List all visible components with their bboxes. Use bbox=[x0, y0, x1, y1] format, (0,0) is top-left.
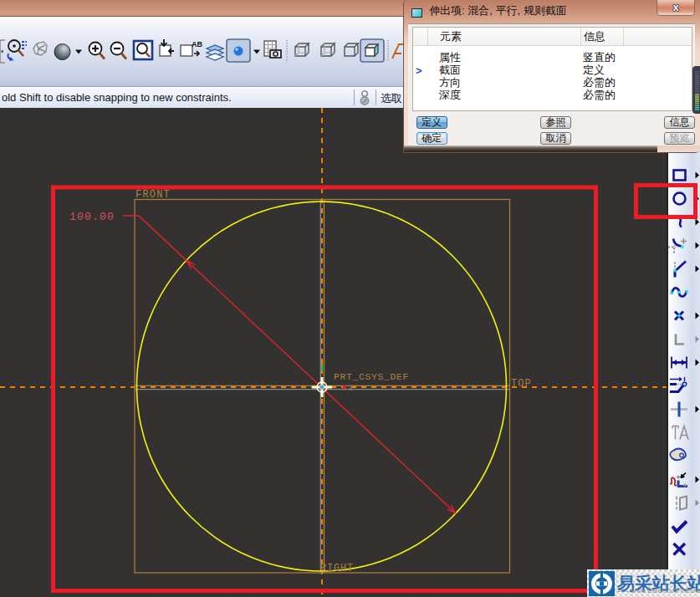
svg-text:PRT_CSYS_DEF: PRT_CSYS_DEF bbox=[334, 371, 409, 382]
svg-text:FRONT: FRONT bbox=[135, 189, 171, 201]
svg-text:TOP: TOP bbox=[511, 378, 532, 390]
svg-text:RIGHT: RIGHT bbox=[320, 563, 354, 574]
svg-text:x: x bbox=[349, 385, 353, 392]
svg-text:AB: AB bbox=[192, 40, 202, 48]
svg-text:100.00: 100.00 bbox=[69, 211, 115, 223]
